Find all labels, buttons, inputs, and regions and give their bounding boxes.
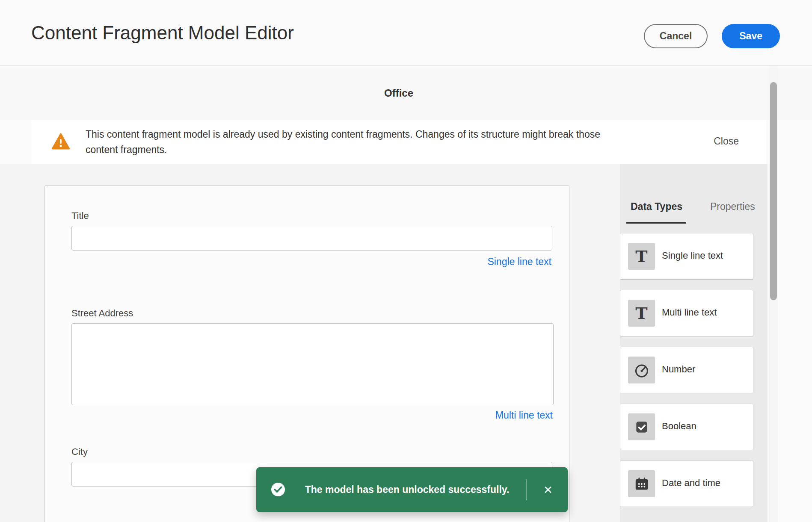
model-name-row: Office [0, 66, 812, 120]
scrollbar-thumb[interactable] [770, 82, 777, 300]
warning-message: This content fragment model is already u… [86, 127, 633, 157]
content-fragment-model-editor: Content Fragment Model Editor Cancel Sav… [0, 0, 812, 522]
data-type-list: TSingle line text TMulti line text Numbe… [620, 233, 753, 507]
street-address-type-link[interactable]: Multi line text [495, 410, 553, 421]
title-type-link[interactable]: Single line text [487, 256, 551, 268]
data-type-label: Single line text [662, 250, 723, 261]
text-icon: T [628, 243, 655, 270]
data-type-card-single-line-text[interactable]: TSingle line text [620, 233, 753, 280]
toast-message: The model has been unlocked successfully… [290, 467, 524, 512]
app-header: Content Fragment Model Editor Cancel Sav… [0, 0, 812, 65]
warning-triangle-icon [51, 133, 70, 151]
text-icon: T [628, 300, 655, 327]
toast-close-icon[interactable]: ✕ [535, 467, 561, 512]
data-type-label: Number [662, 364, 695, 375]
data-type-card-multi-line-text[interactable]: TMulti line text [620, 290, 753, 336]
field-label-street-address: Street Address [71, 308, 133, 319]
data-type-card-boolean[interactable]: Boolean [620, 404, 753, 450]
field-label-city: City [71, 446, 88, 457]
data-type-label: Boolean [662, 421, 696, 431]
warning-close-button[interactable]: Close [714, 136, 739, 147]
gauge-icon [628, 357, 655, 383]
tab-data-types[interactable]: Data Types [631, 201, 682, 212]
calendar-icon [628, 470, 655, 497]
sidebar: Data Types Properties TSingle line text … [620, 164, 768, 522]
street-address-field-input[interactable] [71, 323, 554, 405]
data-type-label: Date and time [662, 478, 720, 488]
active-tab-underline [626, 222, 686, 224]
success-toast: The model has been unlocked successfully… [256, 467, 568, 512]
data-type-card-number[interactable]: Number [620, 347, 753, 393]
save-button[interactable]: Save [722, 24, 780, 48]
toast-divider [526, 479, 527, 500]
warning-banner: This content fragment model is already u… [31, 120, 766, 164]
header-actions: Cancel Save [644, 24, 780, 48]
success-check-icon [271, 482, 285, 498]
model-name: Office [384, 87, 413, 99]
data-type-label: Multi line text [662, 307, 717, 318]
tab-properties[interactable]: Properties [710, 201, 755, 212]
title-field-input[interactable] [71, 226, 552, 251]
checkbox-icon [628, 413, 655, 440]
field-label-title: Title [71, 210, 89, 221]
page-title: Content Fragment Model Editor [31, 22, 294, 44]
data-type-card-date-and-time[interactable]: Date and time [620, 460, 753, 507]
sidebar-tabs: Data Types Properties [620, 164, 768, 224]
cancel-button[interactable]: Cancel [644, 24, 708, 48]
